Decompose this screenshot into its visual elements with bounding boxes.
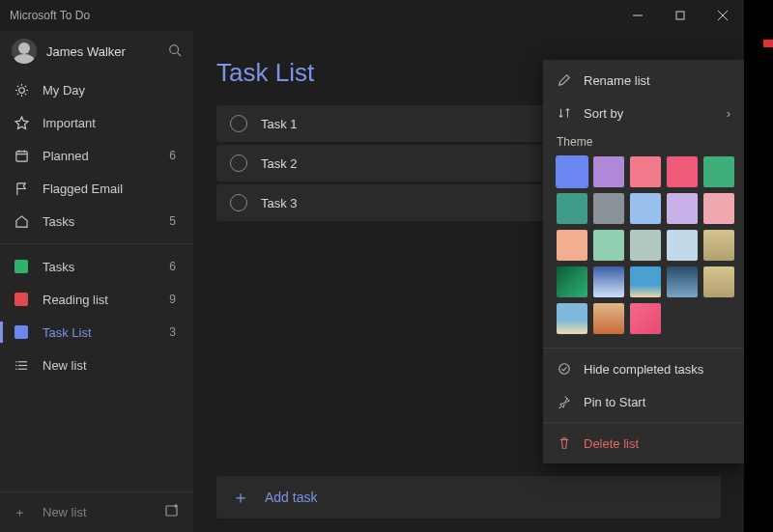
- sidebar: James Walker My Day Important Planned 6 …: [0, 0, 193, 532]
- svg-line-11: [16, 85, 17, 86]
- svg-point-4: [170, 44, 179, 53]
- theme-photo-swatch[interactable]: [667, 266, 698, 297]
- theme-photo-swatch[interactable]: [557, 266, 587, 297]
- sidebar-item-label: Task List: [43, 325, 92, 340]
- task-checkbox[interactable]: [230, 154, 247, 172]
- menu-separator: [543, 348, 744, 349]
- theme-color-swatch[interactable]: [630, 193, 661, 224]
- theme-photo-swatch[interactable]: [630, 303, 661, 334]
- add-list-label: New list: [43, 505, 87, 519]
- add-group-icon[interactable]: [164, 503, 180, 521]
- menu-rename[interactable]: Rename list: [543, 64, 744, 97]
- flag-icon: [14, 181, 29, 196]
- task-title: Task 1: [261, 117, 298, 131]
- list-color-icon: [14, 259, 29, 274]
- svg-point-22: [15, 361, 17, 363]
- menu-label: Sort by: [584, 106, 623, 121]
- task-title: Task 2: [261, 156, 298, 171]
- main-pane: Task List Task 1 Task 2 Task 3 ＋ Add tas…: [193, 0, 744, 532]
- pencil-icon: [557, 72, 572, 88]
- sidebar-item-label: New list: [43, 358, 87, 373]
- theme-color-swatch[interactable]: [703, 193, 734, 224]
- sidebar-item-label: My Day: [43, 83, 85, 98]
- theme-photo-swatch[interactable]: [703, 230, 734, 261]
- theme-color-swatch[interactable]: [557, 230, 587, 261]
- star-icon: [14, 115, 29, 130]
- list-title[interactable]: Task List: [216, 58, 314, 88]
- sidebar-item-planned[interactable]: Planned 6: [0, 139, 193, 172]
- window-controls: [616, 0, 744, 31]
- sidebar-divider: [0, 243, 193, 244]
- theme-color-swatch[interactable]: [667, 156, 698, 187]
- add-list-row[interactable]: ＋ New list: [0, 491, 193, 532]
- plus-icon: ＋: [14, 504, 29, 521]
- minimize-button[interactable]: [616, 0, 659, 31]
- add-task-row[interactable]: ＋ Add task: [216, 476, 721, 518]
- theme-photo-swatch[interactable]: [593, 303, 624, 334]
- list-color-icon: [14, 292, 29, 307]
- pin-icon: [557, 394, 572, 409]
- avatar: [12, 39, 37, 64]
- theme-color-swatch[interactable]: [630, 230, 661, 261]
- task-checkbox[interactable]: [230, 115, 247, 132]
- svg-rect-1: [676, 12, 684, 19]
- menu-separator: [543, 422, 744, 423]
- maximize-button[interactable]: [659, 0, 701, 31]
- sidebar-item-task-list[interactable]: Task List3: [0, 316, 193, 349]
- chevron-right-icon: ›: [727, 106, 730, 121]
- svg-line-12: [24, 93, 25, 94]
- theme-photo-swatch[interactable]: [630, 266, 661, 297]
- menu-label: Delete list: [584, 436, 639, 451]
- menu-sort[interactable]: Sort by ›: [543, 97, 744, 129]
- sidebar-item-my-day[interactable]: My Day: [0, 73, 193, 106]
- sidebar-item-reading-list[interactable]: Reading list9: [0, 283, 193, 316]
- theme-grid: [543, 153, 744, 344]
- theme-color-swatch[interactable]: [703, 156, 734, 187]
- sidebar-item-label: Important: [43, 116, 96, 130]
- menu-delete[interactable]: Delete list: [543, 427, 744, 460]
- sidebar-item-important[interactable]: Important: [0, 106, 193, 139]
- sidebar-item-label: Tasks: [43, 260, 74, 274]
- theme-color-swatch[interactable]: [593, 230, 624, 261]
- theme-color-swatch[interactable]: [667, 193, 698, 224]
- menu-label: Rename list: [584, 73, 650, 88]
- theme-color-swatch[interactable]: [557, 156, 587, 187]
- sidebar-item-tasks[interactable]: Tasks 5: [0, 205, 193, 238]
- profile-row[interactable]: James Walker: [0, 33, 193, 73]
- sidebar-item-tasks[interactable]: Tasks6: [0, 250, 193, 283]
- sidebar-item-count: 6: [169, 260, 180, 273]
- add-task-label: Add task: [265, 490, 317, 505]
- svg-rect-15: [15, 151, 26, 160]
- theme-color-swatch[interactable]: [593, 156, 624, 187]
- sort-icon: [557, 105, 572, 121]
- sidebar-item-flagged-email[interactable]: Flagged Email: [0, 172, 193, 205]
- trash-icon: [557, 435, 572, 451]
- svg-point-23: [15, 364, 17, 366]
- title-bar: Microsoft To Do: [0, 0, 744, 31]
- theme-color-swatch[interactable]: [667, 230, 698, 261]
- sidebar-item-count: 9: [169, 293, 180, 306]
- theme-color-swatch[interactable]: [557, 193, 587, 224]
- sun-icon: [14, 82, 29, 98]
- menu-pin[interactable]: Pin to Start: [543, 385, 744, 418]
- theme-color-swatch[interactable]: [630, 156, 661, 187]
- svg-rect-31: [763, 40, 773, 47]
- task-checkbox[interactable]: [230, 194, 247, 211]
- calendar-icon: [14, 148, 29, 163]
- menu-hide-completed[interactable]: Hide completed tasks: [543, 352, 744, 385]
- list-color-icon: [14, 324, 29, 340]
- annotation-arrow: [763, 35, 773, 52]
- menu-label: Pin to Start: [584, 395, 645, 409]
- plus-icon: ＋: [232, 486, 249, 509]
- theme-photo-swatch[interactable]: [703, 266, 734, 297]
- theme-photo-swatch[interactable]: [593, 266, 624, 297]
- theme-photo-swatch[interactable]: [557, 303, 587, 334]
- task-title: Task 3: [261, 196, 298, 210]
- close-button[interactable]: [701, 0, 744, 31]
- sidebar-item-new-list[interactable]: New list: [0, 349, 193, 381]
- theme-color-swatch[interactable]: [593, 193, 624, 224]
- search-icon[interactable]: [168, 43, 182, 60]
- sidebar-item-count: 5: [169, 214, 180, 228]
- svg-point-24: [15, 368, 17, 370]
- svg-line-5: [178, 52, 182, 56]
